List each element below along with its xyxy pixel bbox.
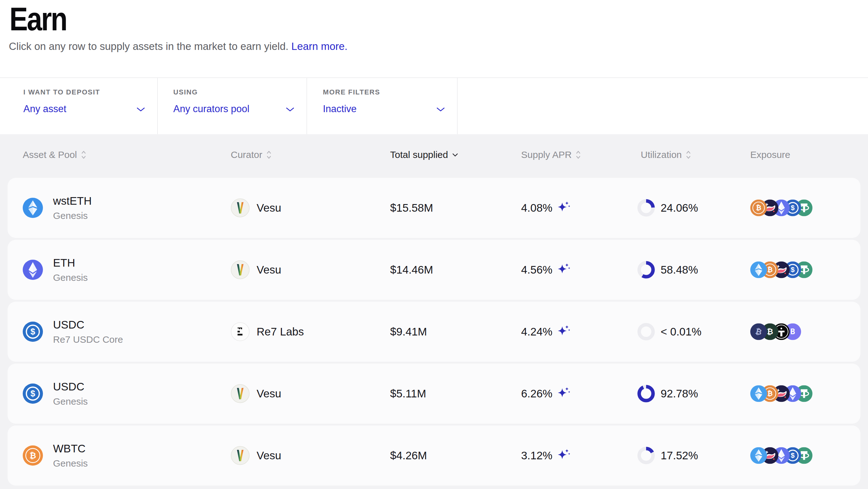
table-row[interactable]: ₿ WBTC Genesis Vesu $4.26M 3.12% 17.52%: [7, 426, 861, 486]
filter-more: MORE FILTERS Inactive: [307, 78, 458, 135]
table-body: wstETH Genesis Vesu $15.58M 4.08% 24.06%…: [0, 178, 868, 486]
chevron-down-icon[interactable]: [286, 107, 294, 112]
usdc-icon: $: [23, 322, 43, 342]
filter-more-label: MORE FILTERS: [323, 88, 380, 96]
re7-labs-logo-icon: [231, 322, 250, 341]
wbtc-icon: ₿: [750, 200, 767, 217]
asset-pool-cell: USDC Re7 USDC Core: [53, 318, 123, 345]
asset-pool-cell: wstETH Genesis: [53, 195, 92, 221]
column-label: Utilization: [641, 149, 682, 160]
svg-text:₿: ₿: [767, 266, 773, 273]
wsteth-icon: [750, 262, 767, 278]
svg-text:$: $: [791, 452, 795, 459]
sparkle-icon: [557, 200, 571, 213]
table-header: Asset & Pool Curator Total supplied Supp…: [0, 134, 868, 178]
subtitle-text: Click on any row to supply assets in the…: [9, 40, 288, 52]
curator-name: Vesu: [257, 449, 281, 462]
filter-deposit-label: I WANT TO DEPOSIT: [23, 88, 100, 96]
column-header-total-supplied[interactable]: Total supplied: [390, 149, 459, 160]
table-row[interactable]: wstETH Genesis Vesu $15.58M 4.08% 24.06%…: [7, 178, 861, 238]
supply-apr-value: 6.26%: [521, 387, 552, 400]
utilization-donut: [637, 322, 656, 341]
solvbtc-icon: ₿: [750, 323, 767, 340]
utilization-cell: 58.48%: [637, 260, 698, 279]
table-row[interactable]: $ USDC Re7 USDC Core Re7 Labs $9.41M 4.2…: [7, 302, 861, 362]
sort-icon: [81, 150, 87, 160]
asset-symbol: wstETH: [53, 195, 92, 207]
total-supplied-value: $9.41M: [390, 325, 427, 338]
utilization-cell: 17.52%: [637, 446, 698, 465]
column-label: Supply APR: [521, 149, 571, 160]
column-header-exposure: Exposure: [750, 149, 790, 160]
utilization-donut: [637, 198, 656, 217]
supply-apr-cell: 4.24%: [521, 325, 571, 338]
exposure-icons: $: [750, 447, 812, 464]
table-row[interactable]: $ USDC Genesis Vesu $5.11M 6.26% 92.78%: [7, 364, 861, 424]
filter-more-dropdown[interactable]: Inactive: [323, 103, 357, 115]
utilization-cell: 92.78%: [637, 384, 698, 403]
svg-text:₿: ₿: [767, 390, 773, 397]
total-supplied-value: $15.58M: [390, 202, 433, 214]
filter-deposit-dropdown[interactable]: Any asset: [23, 103, 66, 115]
supply-apr-value: 4.56%: [521, 263, 552, 276]
filter-curator: USING Any curators pool: [158, 78, 307, 135]
exposure-icons: ₿$: [750, 262, 812, 278]
asset-pool-cell: ETH Genesis: [53, 257, 88, 283]
total-supplied-value: $5.11M: [390, 387, 426, 400]
supply-apr-value: 4.08%: [521, 202, 552, 214]
vesu-logo-icon: [231, 260, 250, 279]
pool-name: Genesis: [53, 396, 88, 407]
total-supplied-value: $14.46M: [390, 263, 433, 276]
wsteth-icon: [750, 447, 767, 464]
utilization-value: 17.52%: [661, 449, 698, 462]
column-header-asset-pool[interactable]: Asset & Pool: [23, 149, 87, 160]
supply-apr-cell: 6.26%: [521, 387, 571, 400]
utilization-value: 58.48%: [661, 263, 698, 276]
wsteth-icon: [750, 385, 767, 402]
svg-text:$: $: [791, 204, 795, 212]
utilization-value: < 0.01%: [661, 325, 701, 338]
column-label: Curator: [231, 149, 262, 160]
column-header-supply-apr[interactable]: Supply APR: [521, 149, 581, 160]
curator-cell: Vesu: [231, 198, 281, 217]
curator-cell: Re7 Labs: [231, 322, 304, 341]
svg-text:$: $: [31, 327, 35, 337]
utilization-donut: [637, 260, 656, 279]
learn-more-link[interactable]: Learn more.: [291, 40, 347, 52]
supply-apr-cell: 4.56%: [521, 263, 571, 276]
sort-icon: [686, 150, 691, 160]
chevron-down-icon[interactable]: [436, 107, 445, 112]
utilization-value: 24.06%: [661, 202, 698, 214]
sparkle-icon: [557, 386, 571, 399]
table-row[interactable]: ETH Genesis Vesu $14.46M 4.56% 58.48% ₿$: [7, 240, 861, 300]
page-subtitle: Click on any row to supply assets in the…: [9, 40, 347, 52]
vesu-logo-icon: [231, 446, 250, 465]
filter-curator-dropdown[interactable]: Any curators pool: [173, 103, 249, 115]
svg-text:$: $: [31, 389, 35, 398]
column-header-utilization[interactable]: Utilization: [641, 149, 691, 160]
utilization-cell: < 0.01%: [637, 322, 701, 341]
chevron-down-icon[interactable]: [136, 107, 145, 112]
column-header-curator[interactable]: Curator: [231, 149, 272, 160]
svg-text:₿: ₿: [767, 327, 773, 336]
asset-symbol: USDC: [53, 318, 123, 331]
pool-name: Re7 USDC Core: [53, 334, 123, 345]
svg-text:₿: ₿: [756, 204, 761, 211]
curator-cell: Vesu: [231, 260, 281, 279]
curator-name: Vesu: [257, 263, 281, 276]
svg-text:₿: ₿: [30, 451, 36, 460]
earn-page: Earn Click on any row to supply assets i…: [0, 0, 868, 489]
supply-apr-value: 3.12%: [521, 449, 552, 462]
curator-name: Re7 Labs: [257, 325, 304, 338]
filter-deposit: I WANT TO DEPOSIT Any asset: [0, 78, 158, 135]
svg-text:$: $: [791, 266, 795, 274]
sparkle-icon: [557, 262, 571, 276]
vesu-logo-icon: [231, 384, 250, 403]
filter-curator-label: USING: [173, 88, 198, 96]
sort-icon: [576, 150, 581, 160]
wsteth-icon: [23, 198, 43, 218]
column-label: Total supplied: [390, 149, 448, 160]
vesu-logo-icon: [231, 198, 250, 217]
sort-desc-icon: [452, 152, 459, 157]
eth-icon: [23, 260, 43, 280]
